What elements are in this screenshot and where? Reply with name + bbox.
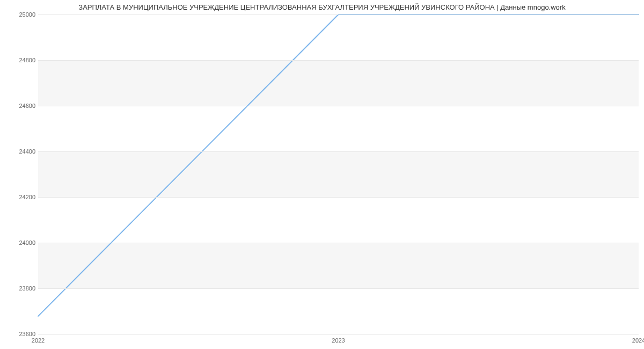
salary-line-chart: ЗАРПЛАТА В МУНИЦИПАЛЬНОЕ УЧРЕЖДЕНИЕ ЦЕНТ…	[0, 0, 644, 349]
plot-area	[38, 14, 639, 335]
y-gridline	[38, 14, 639, 15]
line-series	[38, 14, 639, 334]
chart-title: ЗАРПЛАТА В МУНИЦИПАЛЬНОЕ УЧРЕЖДЕНИЕ ЦЕНТ…	[0, 3, 644, 11]
y-tick-label: 24400	[19, 148, 35, 155]
y-gridline	[38, 243, 639, 243]
x-tick-label: 2024	[632, 337, 644, 344]
y-tick-label: 24000	[19, 239, 35, 246]
y-tick-label: 23600	[19, 331, 35, 337]
y-tick-label: 23800	[19, 285, 35, 292]
x-tick-label: 2023	[332, 337, 345, 344]
y-gridline	[38, 288, 639, 289]
x-tick-label: 2022	[32, 337, 45, 344]
y-tick-label: 24200	[19, 194, 35, 200]
y-gridline	[38, 60, 639, 61]
y-tick-label: 25000	[19, 11, 35, 18]
y-gridline	[38, 151, 639, 152]
y-tick-label: 24800	[19, 57, 35, 63]
y-gridline	[38, 106, 639, 106]
y-gridline	[38, 334, 639, 335]
y-gridline	[38, 197, 639, 198]
y-tick-label: 24600	[19, 103, 35, 109]
